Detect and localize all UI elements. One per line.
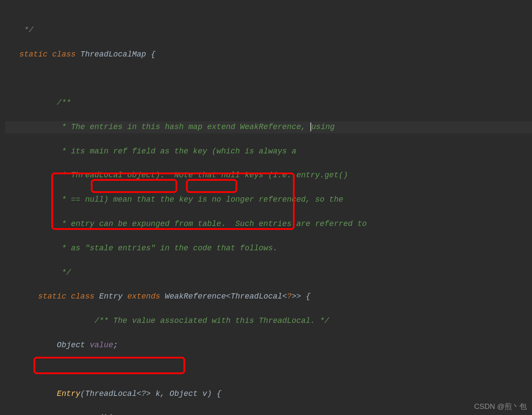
code-line: /** — [5, 97, 532, 109]
code-line: * ThreadLocal object). Note that null ke… — [5, 169, 532, 182]
code-line: /** The value associated with this Threa… — [5, 315, 532, 327]
code-line: static class Entry extends WeakReference… — [5, 291, 532, 303]
code-line: */ — [5, 24, 532, 37]
code-line: * as "stale entries" in the code that fo… — [5, 242, 532, 255]
code-line — [5, 73, 532, 85]
code-line: * == null) mean that the key is no longe… — [5, 194, 532, 206]
code-line: Entry(ThreadLocal<?> k, Object v) { — [5, 388, 532, 400]
watermark-text: CSDN @煎丶包 — [474, 401, 527, 412]
code-line: */ — [5, 267, 532, 279]
code-line: * its main ref field as the key (which i… — [5, 146, 532, 158]
code-line: Object value; — [5, 339, 532, 352]
code-line-current: * The entries in this hash map extend We… — [5, 121, 532, 133]
code-line: static class ThreadLocalMap { — [5, 49, 532, 61]
code-line: * entry can be expunged from table. Such… — [5, 218, 532, 230]
code-editor[interactable]: */ static class ThreadLocalMap { /** * T… — [0, 0, 532, 415]
code-line: super(k); — [5, 412, 532, 415]
code-line — [5, 364, 532, 376]
